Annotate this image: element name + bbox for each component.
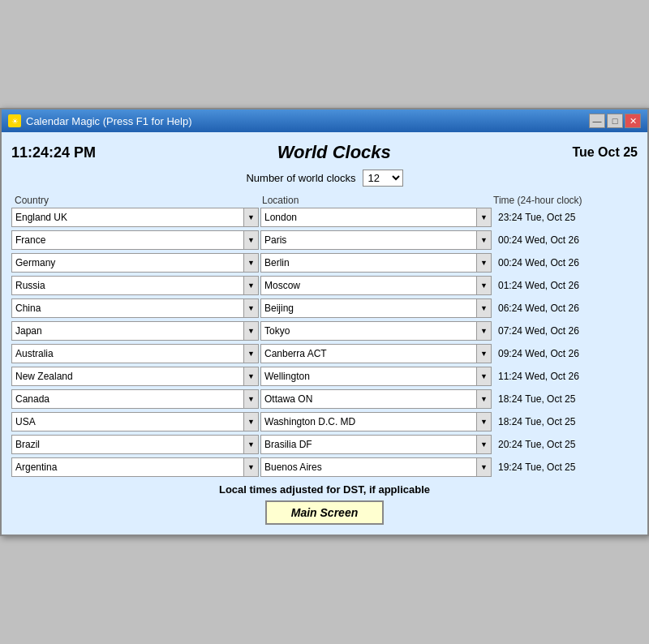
location-select-8[interactable]: Ottawa ON bbox=[260, 389, 477, 409]
table-row: Germany ▼ Berlin ▼ 00:24 Wed, Oct 26 bbox=[11, 253, 638, 273]
main-screen-button[interactable]: Main Screen bbox=[265, 500, 384, 525]
country-select-1[interactable]: France bbox=[11, 230, 244, 250]
country-select-7[interactable]: New Zealand bbox=[11, 367, 244, 386]
time-cell-9: 18:24 Tue, Oct 25 bbox=[493, 414, 638, 430]
country-cell-5: Japan ▼ bbox=[11, 321, 259, 341]
country-dropdown-btn-2[interactable]: ▼ bbox=[244, 253, 259, 273]
time-cell-5: 07:24 Wed, Oct 26 bbox=[493, 323, 638, 339]
location-select-7[interactable]: Wellington bbox=[260, 367, 477, 386]
country-cell-8: Canada ▼ bbox=[11, 389, 259, 409]
location-dropdown-btn-7[interactable]: ▼ bbox=[477, 367, 492, 386]
location-select-10[interactable]: Brasilia DF bbox=[260, 435, 477, 454]
country-select-11[interactable]: Argentina bbox=[11, 457, 244, 477]
location-cell-5: Tokyo ▼ bbox=[260, 321, 492, 341]
country-cell-9: USA ▼ bbox=[11, 412, 259, 431]
time-cell-4: 06:24 Wed, Oct 26 bbox=[493, 300, 638, 316]
country-cell-1: France ▼ bbox=[11, 230, 259, 250]
country-dropdown-btn-11[interactable]: ▼ bbox=[244, 457, 259, 477]
num-clocks-row: Number of world clocks 6 8 10 12 14 16 bbox=[11, 170, 638, 187]
time-cell-6: 09:24 Wed, Oct 26 bbox=[493, 346, 638, 362]
location-dropdown-btn-10[interactable]: ▼ bbox=[477, 435, 492, 454]
location-select-3[interactable]: Moscow bbox=[260, 276, 477, 295]
close-button[interactable]: ✕ bbox=[625, 114, 641, 128]
country-select-2[interactable]: Germany bbox=[11, 253, 244, 273]
country-dropdown-btn-5[interactable]: ▼ bbox=[244, 321, 259, 341]
country-select-10[interactable]: Brazil bbox=[11, 435, 244, 454]
country-cell-7: New Zealand ▼ bbox=[11, 367, 259, 386]
location-cell-9: Washington D.C. MD ▼ bbox=[260, 412, 492, 431]
location-dropdown-btn-11[interactable]: ▼ bbox=[477, 457, 492, 477]
table-row: Australia ▼ Canberra ACT ▼ 09:24 Wed, Oc… bbox=[11, 344, 638, 363]
num-clocks-select[interactable]: 6 8 10 12 14 16 bbox=[363, 170, 403, 187]
country-cell-6: Australia ▼ bbox=[11, 344, 259, 363]
country-dropdown-btn-10[interactable]: ▼ bbox=[244, 435, 259, 454]
table-row: France ▼ Paris ▼ 00:24 Wed, Oct 26 bbox=[11, 230, 638, 250]
header-row: 11:24:24 PM World Clocks Tue Oct 25 bbox=[11, 139, 638, 166]
minimize-button[interactable]: — bbox=[589, 114, 605, 128]
table-row: New Zealand ▼ Wellington ▼ 11:24 Wed, Oc… bbox=[11, 367, 638, 386]
content-area: 11:24:24 PM World Clocks Tue Oct 25 Numb… bbox=[2, 132, 647, 535]
country-cell-11: Argentina ▼ bbox=[11, 457, 259, 477]
date-display: Tue Oct 25 bbox=[572, 145, 638, 160]
app-icon: ☀ bbox=[8, 114, 21, 127]
country-cell-10: Brazil ▼ bbox=[11, 435, 259, 454]
location-dropdown-btn-9[interactable]: ▼ bbox=[477, 412, 492, 431]
location-cell-4: Beijing ▼ bbox=[260, 298, 492, 318]
table-row: England UK ▼ London ▼ 23:24 Tue, Oct 25 bbox=[11, 208, 638, 227]
country-dropdown-btn-8[interactable]: ▼ bbox=[244, 389, 259, 409]
location-select-5[interactable]: Tokyo bbox=[260, 321, 477, 341]
table-row: Argentina ▼ Buenos Aires ▼ 19:24 Tue, Oc… bbox=[11, 457, 638, 477]
time-cell-7: 11:24 Wed, Oct 26 bbox=[493, 368, 638, 384]
country-dropdown-btn-7[interactable]: ▼ bbox=[244, 367, 259, 386]
table-row: China ▼ Beijing ▼ 06:24 Wed, Oct 26 bbox=[11, 298, 638, 318]
country-select-0[interactable]: England UK bbox=[11, 208, 244, 227]
table-row: Russia ▼ Moscow ▼ 01:24 Wed, Oct 26 bbox=[11, 276, 638, 295]
location-dropdown-btn-3[interactable]: ▼ bbox=[477, 276, 492, 295]
location-cell-2: Berlin ▼ bbox=[260, 253, 492, 273]
location-select-0[interactable]: London bbox=[260, 208, 477, 227]
country-select-8[interactable]: Canada bbox=[11, 389, 244, 409]
country-cell-0: England UK ▼ bbox=[11, 208, 259, 227]
location-cell-1: Paris ▼ bbox=[260, 230, 492, 250]
location-dropdown-btn-2[interactable]: ▼ bbox=[477, 253, 492, 273]
table-row: Brazil ▼ Brasilia DF ▼ 20:24 Tue, Oct 25 bbox=[11, 435, 638, 454]
country-dropdown-btn-6[interactable]: ▼ bbox=[244, 344, 259, 363]
country-dropdown-btn-4[interactable]: ▼ bbox=[244, 298, 259, 318]
country-select-3[interactable]: Russia bbox=[11, 276, 244, 295]
location-select-2[interactable]: Berlin bbox=[260, 253, 477, 273]
location-dropdown-btn-1[interactable]: ▼ bbox=[477, 230, 492, 250]
location-dropdown-btn-6[interactable]: ▼ bbox=[477, 344, 492, 363]
location-dropdown-btn-0[interactable]: ▼ bbox=[477, 208, 492, 227]
location-select-4[interactable]: Beijing bbox=[260, 298, 477, 318]
time-cell-10: 20:24 Tue, Oct 25 bbox=[493, 436, 638, 453]
location-cell-6: Canberra ACT ▼ bbox=[260, 344, 492, 363]
title-bar-buttons: — □ ✕ bbox=[589, 114, 641, 128]
country-dropdown-btn-9[interactable]: ▼ bbox=[244, 412, 259, 431]
country-dropdown-btn-1[interactable]: ▼ bbox=[244, 230, 259, 250]
time-cell-2: 00:24 Wed, Oct 26 bbox=[493, 255, 638, 271]
num-clocks-label: Number of world clocks bbox=[246, 172, 355, 184]
maximize-button[interactable]: □ bbox=[607, 114, 623, 128]
country-dropdown-btn-0[interactable]: ▼ bbox=[244, 208, 259, 227]
country-select-6[interactable]: Australia bbox=[11, 344, 244, 363]
location-dropdown-btn-4[interactable]: ▼ bbox=[477, 298, 492, 318]
time-header: Time (24-hour clock) bbox=[490, 195, 638, 206]
location-select-6[interactable]: Canberra ACT bbox=[260, 344, 477, 363]
country-select-5[interactable]: Japan bbox=[11, 321, 244, 341]
page-title: World Clocks bbox=[277, 142, 391, 163]
time-cell-0: 23:24 Tue, Oct 25 bbox=[493, 209, 638, 225]
country-dropdown-btn-3[interactable]: ▼ bbox=[244, 276, 259, 295]
time-cell-8: 18:24 Tue, Oct 25 bbox=[493, 391, 638, 407]
location-select-11[interactable]: Buenos Aires bbox=[260, 457, 477, 477]
location-dropdown-btn-5[interactable]: ▼ bbox=[477, 321, 492, 341]
country-header: Country bbox=[11, 195, 259, 206]
location-cell-10: Brasilia DF ▼ bbox=[260, 435, 492, 454]
country-select-9[interactable]: USA bbox=[11, 412, 244, 431]
column-headers: Country Location Time (24-hour clock) bbox=[11, 193, 638, 208]
clocks-container: England UK ▼ London ▼ 23:24 Tue, Oct 25 … bbox=[11, 208, 638, 477]
location-select-1[interactable]: Paris bbox=[260, 230, 477, 250]
location-dropdown-btn-8[interactable]: ▼ bbox=[477, 389, 492, 409]
country-select-4[interactable]: China bbox=[11, 298, 244, 318]
time-cell-3: 01:24 Wed, Oct 26 bbox=[493, 277, 638, 294]
location-select-9[interactable]: Washington D.C. MD bbox=[260, 412, 477, 431]
